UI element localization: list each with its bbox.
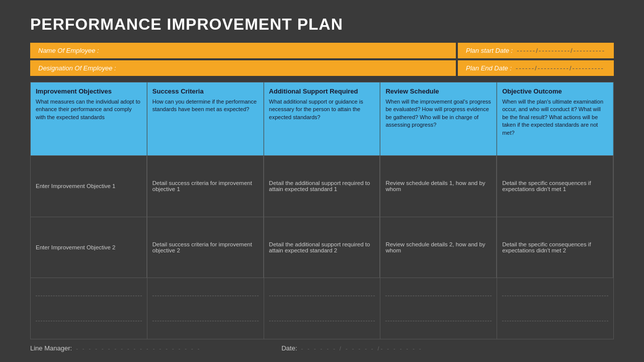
plan-end-date-field[interactable]: Plan End Date : ------/----------/------… bbox=[458, 60, 614, 76]
col-desc-3: When will the improvement goal's progres… bbox=[385, 98, 491, 129]
row3-col3[interactable] bbox=[264, 278, 380, 339]
footer-date-value: - - - - - - / - - - - - /- - - - - - - bbox=[301, 345, 423, 351]
row3-col4[interactable] bbox=[380, 278, 497, 339]
employee-name-field[interactable]: Name Of Employee : bbox=[30, 43, 456, 58]
plan-end-label: Plan End Date : bbox=[466, 64, 512, 72]
footer: Line Manager: - - - - - - - - - - - - - … bbox=[30, 339, 614, 352]
col-desc-1: How can you determine if the performance… bbox=[152, 98, 258, 114]
row2-col5[interactable]: Detail the specific consequences if expe… bbox=[497, 217, 613, 278]
row1-col1[interactable]: Enter Improvement Objective 1 bbox=[31, 155, 147, 217]
designation-field[interactable]: Designation Of Employee : bbox=[30, 60, 456, 76]
plan-start-label: Plan start Date : bbox=[466, 47, 513, 54]
line-manager-label: Line Manager: bbox=[30, 344, 72, 352]
row1-col5[interactable]: Detail the specific consequences if expe… bbox=[497, 155, 613, 217]
designation-label: Designation Of Employee : bbox=[38, 64, 116, 72]
row1-col3[interactable]: Detail the additional support required t… bbox=[264, 155, 380, 217]
page-title: PERFORMANCE IMPROVEMENT PLAN bbox=[30, 15, 614, 34]
plan-start-dashes: ------/----------/---------- bbox=[517, 47, 605, 54]
row1-col2[interactable]: Detail success criteria for improvement … bbox=[147, 155, 264, 217]
row2-col2[interactable]: Detail success criteria for improvement … bbox=[147, 217, 264, 278]
col-header-0: Improvement Objectives What measures can… bbox=[31, 82, 147, 155]
row2-col4[interactable]: Review schedule details 2, how and by wh… bbox=[380, 217, 497, 278]
col-desc-2: What additional support or guidance is n… bbox=[269, 98, 375, 121]
row2-col1[interactable]: Enter Improvement Objective 2 bbox=[31, 217, 147, 278]
col-desc-4: When will the plan's ultimate examinatio… bbox=[502, 98, 608, 137]
row2-col3[interactable]: Detail the additional support required t… bbox=[264, 217, 380, 278]
date-label: Date: bbox=[281, 344, 297, 352]
row1-col4[interactable]: Review schedule details 1, how and by wh… bbox=[380, 155, 497, 217]
col-header-3: Review Schedule When will the improvemen… bbox=[380, 82, 497, 155]
col-title-0: Improvement Objectives bbox=[36, 87, 141, 95]
col-header-1: Success Criteria How can you determine i… bbox=[147, 82, 264, 155]
col-title-4: Objective Outcome bbox=[502, 87, 608, 95]
col-desc-0: What measures can the individual adopt t… bbox=[36, 98, 141, 121]
col-title-3: Review Schedule bbox=[385, 87, 491, 95]
col-title-2: Additional Support Required bbox=[269, 87, 375, 95]
row3-col2[interactable] bbox=[147, 278, 264, 339]
row3-col1[interactable] bbox=[31, 278, 147, 339]
employee-name-label: Name Of Employee : bbox=[38, 47, 99, 54]
col-title-1: Success Criteria bbox=[152, 87, 258, 95]
manager-dashes: - - - - - - - - - - - - - - - - - - - - bbox=[76, 345, 201, 351]
plan-end-dashes: ------/----------/---------- bbox=[516, 64, 604, 72]
col-header-4: Objective Outcome When will the plan's u… bbox=[497, 82, 613, 155]
row3-col5[interactable] bbox=[497, 278, 613, 339]
plan-start-date-field[interactable]: Plan start Date : ------/----------/----… bbox=[458, 43, 614, 58]
col-header-2: Additional Support Required What additio… bbox=[264, 82, 380, 155]
